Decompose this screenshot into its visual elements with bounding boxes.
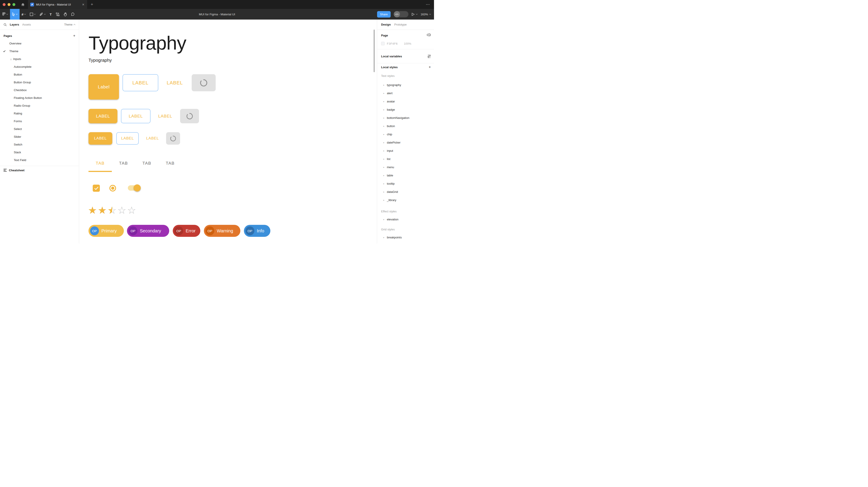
style-item[interactable]: ▸ alert — [377, 89, 434, 97]
chip-error[interactable]: OP Error — [173, 225, 200, 237]
style-item[interactable]: ▸ chip — [377, 130, 434, 138]
vertical-scrollbar[interactable] — [374, 30, 375, 72]
disclosure-icon[interactable]: ▸ — [383, 174, 385, 176]
style-item[interactable]: ▸ menu — [377, 163, 434, 171]
layer-item[interactable]: Rating — [0, 109, 79, 117]
style-item[interactable]: ▸ typography — [377, 81, 434, 89]
style-item[interactable]: ▸ list — [377, 155, 434, 163]
disclosure-icon[interactable]: ▸ — [383, 141, 385, 144]
layer-item[interactable]: Radio Group — [0, 102, 79, 109]
style-item[interactable]: ▸ dataGrid — [377, 188, 434, 196]
hand-tool-button[interactable] — [62, 9, 69, 20]
search-icon[interactable] — [4, 23, 7, 26]
maximize-window-icon[interactable] — [12, 3, 16, 6]
styles-icon[interactable] — [427, 33, 431, 37]
style-item[interactable]: ▸ datePicker — [377, 138, 434, 147]
move-tool-button[interactable] — [10, 9, 20, 20]
style-item[interactable]: ▸ badge — [377, 105, 434, 114]
tab-item[interactable]: TAB — [158, 155, 182, 172]
disclosure-icon[interactable]: ▸ — [383, 150, 385, 152]
layer-item[interactable]: Button — [0, 71, 79, 78]
layer-item[interactable]: Select — [0, 125, 79, 133]
minimize-window-icon[interactable] — [7, 3, 10, 6]
button-contained-small[interactable]: LABEL — [89, 132, 112, 144]
disclosure-icon[interactable]: ▸ — [383, 100, 385, 103]
comment-tool-button[interactable] — [69, 9, 76, 20]
style-item[interactable]: ▸ tooltip — [377, 180, 434, 188]
disclosure-icon[interactable]: ▸ — [383, 199, 385, 201]
tab-item[interactable]: TAB — [112, 155, 135, 172]
button-loading-small[interactable] — [166, 132, 180, 144]
zoom-menu[interactable]: 163% — [421, 13, 431, 16]
chip-primary[interactable]: OP Primary — [89, 225, 124, 237]
style-item[interactable]: ▸ bottomNavigation — [377, 114, 434, 122]
close-tab-icon[interactable]: ✕ — [82, 3, 85, 6]
style-item[interactable]: ▸ elevation — [377, 215, 434, 224]
switch-on[interactable] — [128, 185, 138, 191]
new-tab-icon[interactable]: + — [91, 2, 93, 7]
style-item[interactable]: ▸ avatar — [377, 97, 434, 105]
button-loading-large[interactable] — [192, 74, 216, 91]
star-icon[interactable]: ☆★ — [117, 205, 127, 216]
layer-item[interactable]: Text Field — [0, 156, 79, 164]
button-contained-medium[interactable]: LABEL — [89, 109, 117, 123]
button-loading-medium[interactable] — [180, 109, 199, 123]
button-outlined-medium[interactable]: LABEL — [121, 109, 151, 123]
layer-item[interactable]: Autocomplete — [0, 63, 79, 71]
style-item[interactable]: ▸ _library — [377, 196, 434, 204]
disclosure-icon[interactable]: ▸ — [383, 236, 385, 238]
chip-warning[interactable]: OP Warning — [204, 225, 240, 237]
button-contained-large[interactable]: Label — [89, 74, 119, 100]
disclosure-icon[interactable]: ▸ — [383, 92, 385, 94]
resources-tool-button[interactable] — [54, 9, 62, 20]
layer-item[interactable]: Button Group — [0, 78, 79, 86]
button-outlined-large[interactable]: LABEL — [123, 74, 158, 91]
color-swatch[interactable] — [381, 42, 385, 45]
radio-selected[interactable] — [110, 185, 116, 192]
checkbox-checked[interactable] — [93, 185, 100, 192]
page-indicator[interactable]: Theme — [64, 23, 75, 26]
pen-tool-button[interactable] — [38, 9, 48, 20]
disclosure-icon[interactable]: ▸ — [383, 84, 385, 86]
tab-item[interactable]: TAB — [135, 155, 158, 172]
design-canvas[interactable]: Typography Typography Label LABEL LABEL … — [79, 20, 377, 244]
page-color-opacity[interactable]: 100% — [404, 42, 411, 45]
disclosure-icon[interactable]: ▸ — [383, 158, 385, 160]
adjustments-icon[interactable] — [427, 54, 431, 58]
page-item-theme[interactable]: Theme — [0, 47, 79, 55]
tab-prototype[interactable]: Prototype — [394, 23, 407, 26]
layer-item[interactable]: Floating Action Button — [0, 94, 79, 102]
tab-layers[interactable]: Layers — [10, 23, 19, 26]
dev-mode-toggle[interactable]: </> — [394, 11, 408, 17]
layer-group-inputs[interactable]: ↓ Inputs — [0, 55, 79, 63]
button-text-large[interactable]: LABEL — [161, 74, 188, 91]
page-item-cheatsheet[interactable]: Cheatsheet — [0, 166, 79, 174]
tab-assets[interactable]: Assets — [22, 23, 31, 26]
present-button[interactable] — [411, 13, 417, 16]
disclosure-icon[interactable]: ▸ — [383, 117, 385, 119]
disclosure-icon[interactable]: ▸ — [383, 191, 385, 193]
disclosure-icon[interactable]: ▸ — [383, 218, 385, 221]
overflow-menu-icon[interactable]: ⋯ — [426, 0, 430, 9]
style-item[interactable]: ▸ input — [377, 147, 434, 155]
switch-thumb[interactable] — [134, 185, 141, 192]
layer-item[interactable]: Checkbox — [0, 86, 79, 94]
button-text-small[interactable]: LABEL — [144, 132, 161, 144]
button-outlined-small[interactable]: LABEL — [116, 132, 139, 144]
layer-item[interactable]: Slider — [0, 133, 79, 141]
layer-item[interactable]: Switch — [0, 141, 79, 149]
style-item[interactable]: ▸ breakpoints — [377, 233, 434, 241]
disclosure-icon[interactable]: ▸ — [383, 125, 385, 127]
browser-tab[interactable]: MUI for Figma - Material UI ✕ — [28, 0, 87, 9]
layer-item[interactable]: Forms — [0, 117, 79, 125]
disclosure-icon[interactable]: ▸ — [383, 183, 385, 185]
page-item-overview[interactable]: Overview — [0, 39, 79, 47]
chip-info[interactable]: OP Info — [244, 225, 270, 237]
button-text-medium[interactable]: LABEL — [156, 109, 175, 123]
disclosure-icon[interactable]: ▸ — [383, 133, 385, 135]
text-tool-button[interactable]: T — [48, 9, 54, 20]
frame-tool-button[interactable]: # — [20, 9, 28, 20]
share-button[interactable]: Share — [377, 11, 391, 18]
disclosure-icon[interactable]: ▸ — [383, 108, 385, 111]
style-item[interactable]: ▸ button — [377, 122, 434, 130]
